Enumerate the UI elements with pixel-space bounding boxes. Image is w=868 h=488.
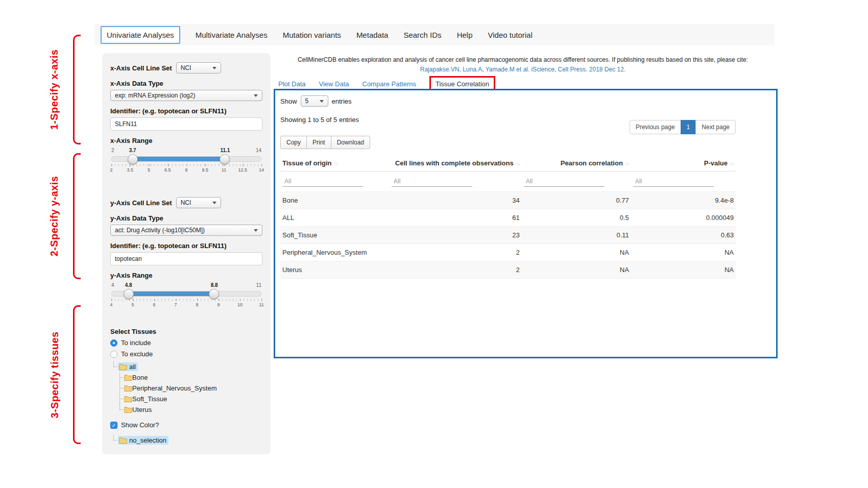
citation: CellMinerCDB enables exploration and ana… (278, 55, 767, 74)
slider-handle-to[interactable] (209, 289, 219, 299)
chevron-down-icon (254, 229, 258, 232)
tree-node-peripheral-nervous-system[interactable]: Peripheral_Nervous_System (116, 383, 262, 394)
filter-input-cell-lines[interactable] (392, 176, 472, 187)
radio-icon[interactable] (110, 339, 117, 347)
entries-label: entries (332, 97, 352, 105)
y-axis-range-slider[interactable]: 44.88.8114567891011 (111, 282, 261, 308)
y-cell-line-set-select[interactable]: NCI (176, 197, 221, 208)
y-range-label: y-Axis Range (110, 272, 262, 279)
tree-node-soft-tissue[interactable]: Soft_Tissue (116, 394, 262, 404)
table-row[interactable]: ALL 61 0.5 0.000049 (280, 209, 736, 227)
slider-to-label: 8.8 (211, 282, 218, 288)
select-tissues-label: Select Tissues (110, 328, 262, 335)
tree-node-label: no_selection (129, 436, 166, 444)
table-row[interactable]: Bone 34 0.77 9.4e-8 (280, 192, 736, 209)
sort-icon[interactable]: ↑↓ (334, 161, 338, 166)
tree-node-label: all (129, 363, 136, 371)
print-button[interactable]: Print (306, 136, 331, 149)
tree-node-bone[interactable]: Bone (116, 372, 262, 383)
tree-node-all[interactable]: all (110, 361, 262, 372)
sort-icon[interactable]: ↑↓ (516, 161, 520, 166)
slider-track[interactable] (111, 291, 261, 297)
tree-connector (116, 372, 124, 383)
table-row[interactable]: Peripheral_Nervous_System 2 NA NA (280, 244, 736, 261)
tab-view-data[interactable]: View Data (319, 80, 349, 88)
page-1-button[interactable]: 1 (681, 120, 696, 134)
sort-icon[interactable]: ↑↓ (625, 161, 629, 166)
tab-compare-patterns[interactable]: Compare Patterns (363, 80, 417, 88)
chevron-down-icon (254, 94, 258, 97)
chevron-down-icon (320, 100, 324, 103)
filter-input-pvalue[interactable] (633, 176, 714, 187)
chevron-down-icon (212, 202, 216, 204)
tab-plot-data[interactable]: Plot Data (278, 80, 305, 88)
show-color-label: Show Color? (121, 421, 159, 429)
table-row[interactable]: Uterus 2 NA NA (280, 261, 736, 279)
x-identifier-input[interactable] (110, 117, 262, 131)
table-row[interactable]: Soft_Tissue 23 0.11 0.63 (280, 227, 736, 244)
y-cell-line-set-label: y-Axis Cell Line Set (110, 199, 172, 207)
tree-node-label: Peripheral_Nervous_System (132, 384, 216, 392)
nav-tab-search-ids[interactable]: Search IDs (403, 31, 441, 39)
tree-connector (110, 435, 118, 446)
top-navbar: Univariate Analyses Multivariate Analyse… (94, 24, 775, 45)
x-data-type-select[interactable]: exp: mRNA Expression (log2) (110, 90, 262, 101)
nav-tab-metadata[interactable]: Metadata (356, 31, 389, 39)
tree-node-label: Bone (132, 374, 148, 381)
x-identifier-label: Identifier: (e.g. topotecan or SLFN11) (110, 107, 262, 115)
nav-tab-help[interactable]: Help (457, 31, 473, 39)
column-header-pearson[interactable]: Pearson correlation↑↓ (522, 155, 631, 172)
citation-link[interactable]: Rajapakse.VN, Luna.A, Yamade.M et al. iS… (278, 65, 767, 75)
tree-node-uterus[interactable]: Uterus (116, 404, 262, 415)
slider-track[interactable] (111, 156, 261, 162)
column-header-pvalue[interactable]: P-value↑↓ (631, 155, 736, 172)
tree-connector (110, 361, 118, 372)
slider-max-label: 11 (256, 282, 261, 288)
page-size-control: Show 5 entries (280, 95, 736, 107)
x-cell-line-set-label: x-Axis Cell Line Set (110, 64, 172, 72)
folder-icon (124, 406, 132, 413)
tissue-correlation-table: Tissue of origin↑↓ Cell lines with compl… (280, 155, 736, 279)
slider-handle-from[interactable] (124, 289, 134, 299)
slider-bar (129, 291, 214, 296)
column-header-cell-lines[interactable]: Cell lines with complete observations↑↓ (390, 155, 522, 172)
radio-to-include[interactable]: To include (110, 339, 262, 347)
citation-line1: CellMinerCDB enables exploration and ana… (278, 55, 767, 65)
slider-min-label: 4 (111, 282, 114, 288)
annotation-step-2: 2-Specify y-axis (45, 153, 64, 279)
page-size-select[interactable]: 5 (301, 95, 328, 107)
annotation-step-3: 3-Specify tissues (45, 305, 64, 444)
radio-to-exclude[interactable]: To exclude (110, 350, 262, 358)
tree-node-no-selection[interactable]: no_selection (110, 435, 262, 446)
annotation-bracket-1 (73, 35, 81, 144)
sort-icon[interactable]: ↑↓ (730, 161, 734, 166)
slider-handle-to[interactable] (220, 154, 230, 164)
x-cell-line-set-select[interactable]: NCI (176, 62, 221, 74)
slider-handle-from[interactable] (128, 154, 138, 164)
radio-icon[interactable] (110, 351, 117, 358)
slider-bar (133, 157, 225, 161)
y-identifier-input[interactable] (110, 252, 262, 265)
folder-icon (119, 363, 127, 370)
show-color-checkbox-row[interactable]: ✓ Show Color? (110, 421, 262, 429)
tree-node-label: Soft_Tissue (132, 395, 167, 403)
nav-tab-mutation-variants[interactable]: Mutation variants (283, 31, 341, 39)
slider-min-label: 2 (111, 148, 114, 153)
next-page-button[interactable]: Next page (695, 120, 736, 134)
tree-connector (116, 404, 124, 415)
x-axis-range-slider[interactable]: 23.711.11423.556.589.51112.514 (111, 148, 261, 174)
filter-input-tissue[interactable] (282, 176, 363, 187)
nav-tab-univariate-analyses[interactable]: Univariate Analyses (101, 26, 180, 44)
download-button[interactable]: Download (331, 136, 370, 149)
folder-icon (119, 437, 127, 444)
previous-page-button[interactable]: Previous page (630, 120, 681, 134)
nav-tab-video-tutorial[interactable]: Video tutorial (488, 31, 532, 39)
column-header-tissue[interactable]: Tissue of origin↑↓ (280, 155, 390, 172)
checkbox-checked-icon[interactable]: ✓ (110, 422, 117, 429)
filter-input-pearson[interactable] (524, 176, 605, 187)
nav-tab-multivariate-analyses[interactable]: Multivariate Analyses (196, 31, 268, 39)
y-data-type-label: y-Axis Data Type (110, 214, 262, 222)
slider-from-label: 4.8 (125, 282, 132, 288)
copy-button[interactable]: Copy (280, 136, 307, 149)
y-data-type-select[interactable]: act: Drug Activity (-log10[IC50M]) (110, 225, 262, 236)
